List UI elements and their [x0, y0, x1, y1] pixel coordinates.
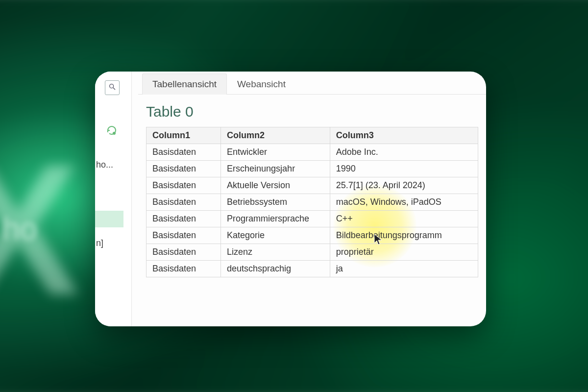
- tab-label: Webansicht: [237, 79, 286, 89]
- tab-bar: Tabellenansicht Webansicht: [138, 72, 486, 95]
- table-row[interactable]: Basisdaten Programmiersprache C++: [147, 211, 478, 227]
- tab-table-view[interactable]: Tabellenansicht: [142, 74, 227, 95]
- sidebar-item-selected[interactable]: [95, 211, 123, 227]
- table-row[interactable]: Basisdaten Erscheinungsjahr 1990: [147, 161, 478, 177]
- cell[interactable]: Basisdaten: [147, 211, 221, 227]
- cell[interactable]: Basisdaten: [147, 227, 221, 244]
- search-icon: [108, 83, 116, 93]
- sidebar-item-fragment-b[interactable]: n]: [96, 238, 125, 248]
- cell[interactable]: Bildbearbeitungsprogramm: [330, 227, 478, 244]
- column-header[interactable]: Column3: [330, 127, 478, 144]
- search-button[interactable]: [105, 80, 120, 95]
- cell[interactable]: Basisdaten: [147, 194, 221, 211]
- table-row[interactable]: Basisdaten Betriebssystem macOS, Windows…: [147, 194, 478, 211]
- cell[interactable]: Betriebssystem: [221, 194, 330, 211]
- cell[interactable]: Programmiersprache: [221, 211, 330, 227]
- cell[interactable]: Kategorie: [221, 227, 330, 244]
- cell[interactable]: proprietär: [330, 244, 478, 261]
- main-area: Tabellenansicht Webansicht Table 0 Colum…: [138, 72, 486, 326]
- tab-label: Tabellenansicht: [152, 79, 217, 89]
- cell[interactable]: 1990: [330, 161, 478, 177]
- svg-point-2: [113, 132, 116, 135]
- table-title: Table 0: [138, 95, 486, 124]
- table-header-row: Column1 Column2 Column3: [147, 127, 478, 144]
- cell[interactable]: Adobe Inc.: [330, 144, 478, 161]
- cell[interactable]: Basisdaten: [147, 177, 221, 194]
- refresh-icon[interactable]: [106, 124, 119, 137]
- cell[interactable]: Erscheinungsjahr: [221, 161, 330, 177]
- navigator-panel: ho... n] Tabellenansicht Webansicht Tabl…: [95, 72, 486, 326]
- cell[interactable]: Basisdaten: [147, 244, 221, 261]
- left-rail: ho... n]: [95, 72, 132, 326]
- cell[interactable]: deutschsprachig: [221, 261, 330, 277]
- column-header[interactable]: Column2: [221, 127, 330, 144]
- sidebar-item-fragment-a[interactable]: ho...: [96, 160, 125, 170]
- cell[interactable]: Entwickler: [221, 144, 330, 161]
- cell[interactable]: C++: [330, 211, 478, 227]
- cell[interactable]: 25.7[1] (23. April 2024): [330, 177, 478, 194]
- cell[interactable]: Aktuelle Version: [221, 177, 330, 194]
- svg-point-0: [110, 84, 114, 88]
- cell[interactable]: Basisdaten: [147, 144, 221, 161]
- tab-web-view[interactable]: Webansicht: [227, 74, 296, 95]
- column-header[interactable]: Column1: [147, 127, 221, 144]
- cell[interactable]: ja: [330, 261, 478, 277]
- cell[interactable]: Basisdaten: [147, 161, 221, 177]
- cell[interactable]: macOS, Windows, iPadOS: [330, 194, 478, 211]
- table-row[interactable]: Basisdaten Aktuelle Version 25.7[1] (23.…: [147, 177, 478, 194]
- cell[interactable]: Lizenz: [221, 244, 330, 261]
- table-row[interactable]: Basisdaten deutschsprachig ja: [147, 261, 478, 277]
- table-row[interactable]: Basisdaten Entwickler Adobe Inc.: [147, 144, 478, 161]
- cell[interactable]: Basisdaten: [147, 261, 221, 277]
- svg-line-1: [113, 88, 115, 90]
- table-row[interactable]: Basisdaten Kategorie Bildbearbeitungspro…: [147, 227, 478, 244]
- table-row[interactable]: Basisdaten Lizenz proprietär: [147, 244, 478, 261]
- data-table[interactable]: Column1 Column2 Column3 Basisdaten Entwi…: [146, 127, 478, 277]
